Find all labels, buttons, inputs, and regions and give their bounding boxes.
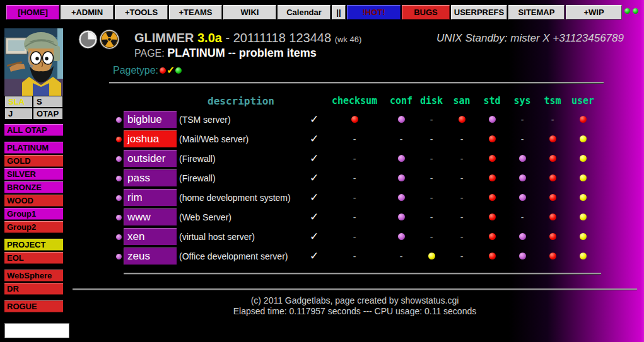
yellow-status-dot[interactable] xyxy=(580,253,587,259)
violet-status-dot[interactable] xyxy=(519,174,526,181)
sidebar-item-platinum[interactable]: PLATINUM xyxy=(4,142,63,154)
yellow-status-dot[interactable] xyxy=(580,194,587,201)
yellow-status-dot[interactable] xyxy=(580,135,587,142)
violet-status-dot[interactable] xyxy=(519,233,526,240)
table-divider xyxy=(124,273,601,275)
sidebar-item-websphere[interactable]: WebSphere xyxy=(4,270,63,282)
sidebar-item-group1[interactable]: Group1 xyxy=(4,208,63,220)
sla-cell-j[interactable]: J xyxy=(4,108,33,120)
violet-status-dot[interactable] xyxy=(398,155,405,162)
nav-tools[interactable]: +TOOLS xyxy=(115,5,168,20)
red-status-dot[interactable] xyxy=(549,135,556,142)
violet-status-dot[interactable] xyxy=(398,214,405,220)
yellow-status-dot[interactable] xyxy=(580,233,587,240)
violet-status-dot[interactable] xyxy=(519,194,526,201)
nav-bugs[interactable]: BUGS xyxy=(402,5,450,20)
sidebar-item-bronze[interactable]: BRONZE xyxy=(4,181,63,193)
yellow-check-icon: ✓ xyxy=(167,67,175,74)
sidebar-item-eol[interactable]: EOL xyxy=(4,252,63,264)
violet-status-dot xyxy=(116,117,122,123)
yellow-status-dot[interactable] xyxy=(428,253,435,259)
checkmark-icon: ✓ xyxy=(305,230,323,243)
sla-cell-sla[interactable]: SLA xyxy=(4,96,33,108)
pie-chart-icon[interactable] xyxy=(78,30,98,49)
radiation-icon[interactable] xyxy=(99,29,120,50)
host-link-zeus[interactable]: zeus xyxy=(124,248,177,265)
sidebar-item-dr[interactable]: DR xyxy=(4,283,63,295)
red-status-dot[interactable] xyxy=(549,194,556,201)
violet-status-dot[interactable] xyxy=(519,253,526,259)
violet-status-dot[interactable] xyxy=(519,155,526,162)
red-status-dot[interactable] xyxy=(489,233,496,240)
host-link-xen[interactable]: xen xyxy=(124,228,177,245)
nav-teams[interactable]: +TEAMS xyxy=(169,5,222,20)
nav-wiki[interactable]: WIKI xyxy=(223,5,276,20)
nav-userprefs[interactable]: USERPREFS xyxy=(451,5,507,20)
violet-status-dot[interactable] xyxy=(398,194,405,201)
sidebar-item-project[interactable]: PROJECT xyxy=(4,239,63,251)
red-status-dot[interactable] xyxy=(549,155,556,162)
sidebar-item-all-otap[interactable]: ALL OTAP xyxy=(4,124,63,136)
violet-status-dot[interactable] xyxy=(398,174,405,181)
quick-search-input[interactable] xyxy=(4,323,69,338)
violet-status-dot[interactable] xyxy=(489,116,496,123)
checkmark-icon: ✓ xyxy=(305,191,323,204)
red-status-dot[interactable] xyxy=(489,253,496,259)
sla-cell-otap[interactable]: OTAP xyxy=(33,108,63,120)
yellow-status-dot[interactable] xyxy=(580,214,587,220)
sidebar-item-wood[interactable]: WOOD xyxy=(4,195,63,207)
status-cell-san xyxy=(447,116,477,123)
status-cell-sys: - xyxy=(507,135,537,144)
status-cell-conf xyxy=(386,155,416,162)
red-status-dot[interactable] xyxy=(549,253,556,259)
host-link-rim[interactable]: rim xyxy=(124,189,177,206)
sidebar-buttons: ALL OTAPPLATINUMGOLDSILVERBRONZEWOODGrou… xyxy=(4,124,63,312)
sidebar-item-group2[interactable]: Group2 xyxy=(4,221,63,233)
red-status-dot[interactable] xyxy=(549,174,556,181)
page-label: PAGE: xyxy=(134,48,165,59)
nav-wip[interactable]: +WIP xyxy=(566,5,622,20)
host-link-bigblue[interactable]: bigblue xyxy=(124,111,177,128)
host-link-pass[interactable]: pass xyxy=(124,169,177,186)
red-dot-icon xyxy=(160,67,166,74)
sidebar-item-rogue[interactable]: ROGUE xyxy=(4,300,63,312)
table-row-outsider: outsider(Firewall)✓--- xyxy=(114,149,598,168)
violet-status-dot xyxy=(116,215,122,220)
red-status-dot[interactable] xyxy=(489,174,496,181)
nav-admin[interactable]: +ADMIN xyxy=(61,5,114,20)
red-status-dot[interactable] xyxy=(459,116,465,123)
nav-sitemap[interactable]: SITEMAP xyxy=(508,5,565,20)
nav-calendar[interactable]: Calendar xyxy=(278,5,331,20)
nav-hot[interactable]: !HOT! xyxy=(347,5,401,20)
violet-status-dot xyxy=(116,254,122,259)
violet-status-dot[interactable] xyxy=(398,233,405,240)
status-cell-std xyxy=(477,174,507,181)
red-status-dot[interactable] xyxy=(489,155,496,162)
red-status-dot[interactable] xyxy=(489,194,496,201)
red-status-dot[interactable] xyxy=(580,116,587,123)
status-cell-std xyxy=(477,116,507,123)
red-status-dot[interactable] xyxy=(489,135,496,142)
sidebar-item-silver[interactable]: SILVER xyxy=(4,168,63,180)
host-description: (TSM server) xyxy=(177,115,305,125)
yellow-status-dot[interactable] xyxy=(580,155,587,162)
sidebar-item-gold[interactable]: GOLD xyxy=(4,155,63,167)
status-cell-disk: - xyxy=(416,154,447,163)
page-subtitle: PAGE: PLATINUM -- problem items xyxy=(134,47,317,60)
table-row-joshua: joshua(Mail/Web server)✓----- xyxy=(114,129,598,149)
status-cell-disk xyxy=(416,253,447,259)
red-status-dot[interactable] xyxy=(549,214,556,220)
host-link-outsider[interactable]: outsider xyxy=(124,150,177,167)
red-status-dot[interactable] xyxy=(489,214,496,220)
violet-status-dot[interactable] xyxy=(398,116,405,123)
host-link-www[interactable]: www xyxy=(124,208,177,225)
host-link-joshua[interactable]: joshua xyxy=(124,130,177,147)
yellow-status-dot[interactable] xyxy=(580,174,587,181)
column-header-disk: disk xyxy=(416,95,447,106)
nav-item[interactable]: || xyxy=(332,5,346,20)
nav-home[interactable]: [HOME] xyxy=(6,5,59,20)
sla-cell-s[interactable]: S xyxy=(33,96,63,108)
column-header-std: std xyxy=(477,95,507,106)
red-status-dot[interactable] xyxy=(549,233,556,240)
red-status-dot[interactable] xyxy=(351,116,358,123)
